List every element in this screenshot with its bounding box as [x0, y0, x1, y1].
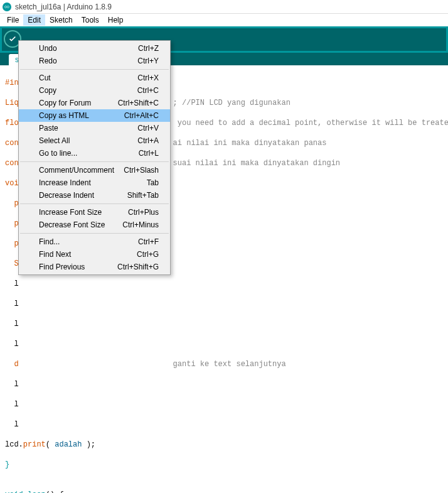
menu-item-label: Copy for Forum	[39, 99, 91, 107]
menu-item-copy[interactable]: CopyCtrl+C	[19, 84, 170, 97]
menu-item-redo[interactable]: RedoCtrl+Y	[19, 55, 170, 67]
menu-item-label: Undo	[39, 44, 57, 53]
menu-item-label: Copy	[39, 86, 56, 95]
menu-item-label: Find Next	[39, 250, 71, 259]
menu-item-label: Comment/Uncomment	[39, 166, 114, 175]
menu-file[interactable]: File	[3, 14, 23, 26]
menu-item-paste[interactable]: PasteCtrl+V	[19, 122, 170, 134]
menu-item-shortcut: Ctrl+Shift+G	[117, 263, 159, 271]
menu-item-shortcut: Ctrl+Minus	[122, 220, 159, 229]
menu-item-increase-font-size[interactable]: Increase Font SizeCtrl+Plus	[19, 206, 170, 219]
menu-edit[interactable]: Edit	[23, 14, 45, 26]
menu-item-label: Find...	[39, 237, 60, 246]
edit-dropdown: UndoCtrl+ZRedoCtrl+YCutCtrl+XCopyCtrl+CC…	[18, 40, 171, 275]
menu-item-shortcut: Ctrl+F	[138, 237, 159, 246]
menu-item-shortcut: Ctrl+Y	[137, 57, 159, 65]
menu-item-label: Copy as HTML	[39, 111, 89, 120]
menu-item-shortcut: Shift+Tab	[127, 191, 159, 200]
menu-item-find-next[interactable]: Find NextCtrl+G	[19, 248, 170, 261]
menu-item-find-previous[interactable]: Find PreviousCtrl+Shift+G	[19, 261, 170, 273]
menu-bar: File Edit Sketch Tools Help UndoCtrl+ZRe…	[0, 14, 448, 26]
menu-item-undo[interactable]: UndoCtrl+Z	[19, 42, 170, 55]
menu-separator	[20, 69, 169, 70]
menu-separator	[20, 203, 169, 204]
menu-item-comment-uncomment[interactable]: Comment/UncommentCtrl+Slash	[19, 164, 170, 176]
menu-item-shortcut: Ctrl+Alt+C	[124, 111, 159, 120]
menu-item-shortcut: Ctrl+Z	[138, 44, 159, 53]
menu-item-label: Go to line...	[39, 149, 77, 158]
menu-item-shortcut: Ctrl+Plus	[128, 208, 159, 217]
menu-item-label: Find Previous	[39, 263, 85, 271]
menu-item-copy-as-html[interactable]: Copy as HTMLCtrl+Alt+C	[19, 109, 170, 122]
menu-separator	[20, 161, 169, 162]
menu-item-shortcut: Ctrl+A	[137, 136, 159, 145]
menu-item-select-all[interactable]: Select AllCtrl+A	[19, 134, 170, 147]
menu-item-shortcut: Ctrl+C	[137, 86, 159, 95]
menu-item-shortcut: Ctrl+L	[139, 149, 159, 158]
menu-item-cut[interactable]: CutCtrl+X	[19, 72, 170, 84]
menu-item-label: Redo	[39, 57, 57, 65]
window-title: sketch_jul16a | Arduino 1.8.9	[15, 3, 112, 11]
menu-item-label: Decrease Font Size	[39, 220, 105, 229]
menu-item-increase-indent[interactable]: Increase IndentTab	[19, 176, 170, 189]
menu-item-label: Decrease Indent	[39, 191, 94, 200]
menu-item-shortcut: Ctrl+V	[137, 124, 159, 133]
menu-item-shortcut: Tab	[147, 178, 159, 187]
menu-item-go-to-line-[interactable]: Go to line...Ctrl+L	[19, 147, 170, 160]
menu-sketch[interactable]: Sketch	[45, 14, 77, 26]
menu-item-label: Paste	[39, 124, 58, 133]
menu-item-label: Increase Font Size	[39, 208, 102, 217]
menu-item-copy-for-forum[interactable]: Copy for ForumCtrl+Shift+C	[19, 97, 170, 109]
menu-item-shortcut: Ctrl+X	[137, 73, 159, 82]
code-line: #in	[5, 79, 19, 87]
menu-item-shortcut: Ctrl+G	[137, 250, 159, 259]
menu-item-label: Select All	[39, 136, 70, 145]
menu-item-decrease-indent[interactable]: Decrease IndentShift+Tab	[19, 189, 170, 202]
title-bar: sketch_jul16a | Arduino 1.8.9	[0, 0, 448, 14]
menu-item-label: Increase Indent	[39, 178, 91, 187]
menu-item-shortcut: Ctrl+Slash	[124, 166, 159, 175]
menu-tools[interactable]: Tools	[77, 14, 104, 26]
menu-item-find-[interactable]: Find...Ctrl+F	[19, 236, 170, 248]
menu-help[interactable]: Help	[104, 14, 128, 26]
menu-item-label: Cut	[39, 73, 51, 82]
arduino-logo-icon	[3, 3, 11, 11]
menu-separator	[20, 233, 169, 234]
menu-item-shortcut: Ctrl+Shift+C	[118, 99, 159, 107]
menu-item-decrease-font-size[interactable]: Decrease Font SizeCtrl+Minus	[19, 219, 170, 231]
